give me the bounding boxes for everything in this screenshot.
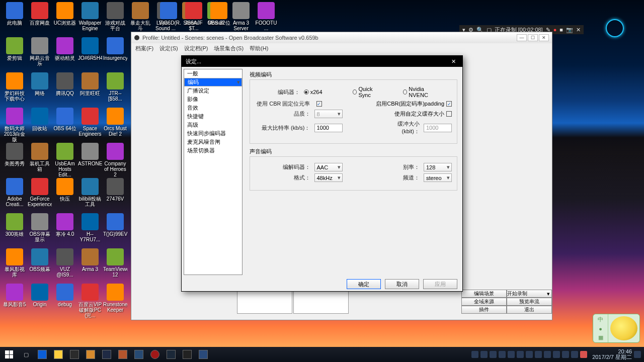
settings-category-item[interactable]: 编码 [184, 78, 242, 86]
desktop-icon[interactable]: H--Y7RU7... [77, 213, 103, 248]
encoder-nvenc-radio[interactable]: Nvidia NVENC [403, 86, 438, 98]
taskbar-store[interactable] [66, 347, 83, 362]
ok-button[interactable]: 确定 [347, 279, 381, 289]
menu-item[interactable]: 设定档(P) [184, 45, 208, 52]
cancel-button[interactable]: 取消 [385, 279, 419, 289]
taskbar-app-3[interactable] [115, 347, 131, 362]
codec-select[interactable]: AAC [314, 163, 343, 171]
encoder-quicksync-radio[interactable]: Quick Sync [353, 86, 381, 98]
desktop-icon[interactable]: JTR--[$58... [103, 72, 128, 108]
obs-titlebar[interactable]: Profile: Untitled - Scenes: scenes - Ope… [131, 32, 552, 43]
window-maximize-icon[interactable]: ☐ [528, 34, 538, 41]
desktop-icon[interactable]: 百度云VIP破解版PC (完... [77, 284, 103, 319]
apply-button[interactable]: 应用 [423, 279, 457, 289]
desktop-icon[interactable]: 爱剪辑 [2, 37, 27, 72]
taskbar-app-4[interactable] [131, 347, 147, 362]
window-close-icon[interactable]: ✕ [539, 34, 549, 41]
sources-panel[interactable] [293, 290, 349, 314]
gadget-dot-icon[interactable]: ● [599, 326, 602, 332]
taskbar-app-1[interactable] [83, 347, 99, 362]
desktop-icon[interactable]: TeamViewer 12 [103, 248, 128, 284]
taskbar-edge[interactable] [34, 347, 50, 362]
settings-category-item[interactable]: 音效 [184, 104, 242, 112]
tray-icon-1[interactable] [480, 351, 488, 358]
settings-category-list[interactable]: 一般编码广播设定影像音效快捷键高级快速同步编码器麦克风噪音闸场景切换器 [184, 69, 243, 275]
menu-item[interactable]: 场景集合(S) [214, 45, 244, 52]
gadget-ime-icon[interactable]: 中 [598, 316, 603, 323]
settings-category-item[interactable]: 影像 [184, 95, 242, 104]
desktop-icon[interactable]: 游戏对战平台 [103, 2, 128, 37]
desktop-icon[interactable]: 腾讯QQ [52, 72, 77, 108]
desktop-icon[interactable]: 快压 [52, 178, 77, 213]
desktop-icon[interactable]: UsbEAm Hosts Edit... [52, 143, 77, 178]
desktop-icon[interactable]: debug [52, 284, 77, 319]
settings-category-item[interactable]: 快捷键 [184, 112, 242, 121]
tray-notifications-icon[interactable] [634, 351, 641, 358]
task-view-button[interactable]: ▢ [18, 347, 34, 362]
custom-buffer-checkbox[interactable] [446, 111, 452, 117]
taskbar-steam[interactable] [163, 347, 179, 362]
dropdown-icon[interactable]: ▾ [545, 291, 551, 297]
encoder-x264-radio[interactable]: x264 [304, 89, 323, 95]
desktop-icon[interactable]: Wallpaper Engine [77, 2, 103, 37]
desktop-icon[interactable]: 百度网盘 [27, 2, 52, 37]
tray-icon-7[interactable] [535, 351, 542, 358]
desktop-icon[interactable]: Space Engineers [77, 108, 103, 143]
format-select[interactable]: 48kHz [314, 173, 343, 182]
desktop-icon[interactable]: 网络 [27, 72, 52, 108]
start-button[interactable] [0, 347, 18, 362]
tray-icon-5[interactable] [517, 351, 524, 358]
desktop-icon[interactable]: Insurgency [103, 37, 128, 72]
taskbar-app-2[interactable] [99, 347, 115, 362]
use-cbr-checkbox[interactable] [316, 101, 322, 107]
desktop-icon[interactable]: 装机工具箱 [27, 143, 52, 178]
obs-action-button[interactable]: 编辑场景 [461, 290, 507, 298]
settings-category-item[interactable]: 一般 [184, 69, 242, 78]
desktop-icon[interactable]: 数码大师2013白金版 [2, 108, 27, 143]
desktop-icon[interactable]: Runestone Keeper [103, 284, 128, 319]
audio-bitrate-select[interactable]: 128 [424, 163, 452, 171]
desktop-icon[interactable]: OBS频幕 [27, 248, 52, 284]
window-minimize-icon[interactable]: — [517, 34, 527, 41]
dialog-close-icon[interactable]: ✕ [448, 57, 458, 65]
taskbar-obs[interactable] [179, 347, 195, 362]
tray-icon-6[interactable] [526, 351, 533, 358]
channels-select[interactable]: stereo [424, 173, 452, 182]
taskbar-record[interactable] [147, 347, 163, 362]
desktop-icon[interactable]: 驱动精灵 [52, 37, 77, 72]
desktop-icon[interactable]: 寒冷 4.0 [52, 213, 77, 248]
overlay-close-icon[interactable]: ✕ [576, 27, 581, 33]
desktop-icon[interactable]: bilibili投稿工具 [77, 178, 103, 213]
desktop-icon[interactable]: VUZ @IS9... [52, 248, 77, 284]
settings-category-item[interactable]: 快速同步编码器 [184, 129, 242, 138]
desktop-icon[interactable]: UC浏览器 [52, 2, 77, 37]
obs-action-button[interactable]: 开始录制▾ [507, 290, 552, 298]
overlay-record-icon[interactable]: ● [553, 27, 557, 33]
settings-category-item[interactable]: 麦克风噪音闸 [184, 138, 242, 146]
obs-action-button[interactable]: 预览串流 [507, 298, 552, 306]
tray-volume-icon[interactable] [571, 351, 578, 358]
desktop-icon[interactable]: OBS 64位 [52, 108, 77, 143]
obs-action-button[interactable]: 全域来源 [461, 298, 507, 306]
desktop-icon[interactable]: ASTRONEER [77, 143, 103, 178]
settings-category-item[interactable]: 广播设定 [184, 86, 242, 95]
taskbar-explorer[interactable] [50, 347, 66, 362]
menu-item[interactable]: 帮助(H) [250, 45, 268, 52]
desktop-icon[interactable]: Origin [27, 284, 52, 319]
desktop-icon[interactable]: 暴风影音5 [2, 284, 27, 319]
gadget-grid-icon[interactable]: ▦ [598, 334, 603, 341]
taskbar[interactable]: ▢ 20:46 2017/2/7 星期二 [0, 347, 644, 362]
tray-icon-3[interactable] [499, 351, 506, 358]
system-tray[interactable]: 20:46 2017/2/7 星期二 [471, 349, 644, 360]
desktop-icon[interactable]: 300英雄 [2, 213, 27, 248]
overlay-camera-icon[interactable]: 📷 [566, 27, 573, 33]
ring-hud-icon[interactable] [606, 19, 624, 37]
desktop-icon[interactable]: JO#6R5H4... [77, 37, 103, 72]
desktop-icon[interactable]: 此电脑 [2, 2, 27, 37]
desktop-icon[interactable]: OBS弹幕显示 [27, 213, 52, 248]
desktop-icon[interactable]: T()G)99EV... [103, 213, 128, 248]
settings-category-item[interactable]: 场景切换器 [184, 146, 242, 155]
desktop-icon[interactable]: Arma 3 [77, 248, 103, 284]
tray-icon-8[interactable] [544, 351, 551, 358]
overlay-stop-icon[interactable]: ■ [559, 27, 563, 33]
